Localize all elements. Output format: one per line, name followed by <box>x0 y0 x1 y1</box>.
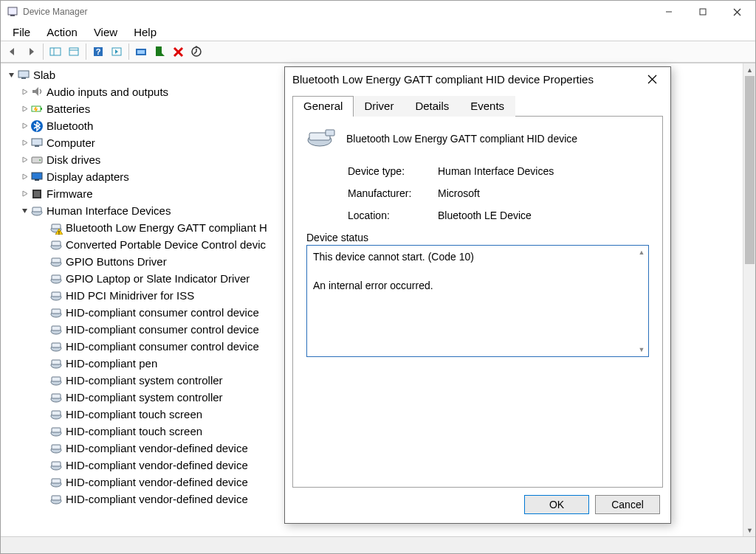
svg-rect-8 <box>69 48 78 55</box>
status-scroll-up-icon[interactable]: ▲ <box>636 247 647 257</box>
chevron-down-icon[interactable] <box>5 72 17 78</box>
svg-rect-6 <box>50 48 61 55</box>
toolbar: ? <box>1 41 755 63</box>
disk-icon <box>30 153 44 167</box>
status-line: This device cannot start. (Code 10) <box>313 250 642 265</box>
tree-label: Bluetooth Low Energy GATT compliant H <box>66 221 267 234</box>
hid-icon <box>49 425 63 438</box>
properties-button[interactable] <box>65 43 83 60</box>
display-icon <box>30 170 44 184</box>
svg-rect-38 <box>52 241 61 246</box>
svg-rect-66 <box>52 479 61 483</box>
hid-icon <box>49 323 63 336</box>
tab-general[interactable]: General <box>292 96 354 117</box>
app-icon <box>7 6 18 18</box>
cancel-button[interactable]: Cancel <box>595 495 660 514</box>
tree-label: HID-compliant consumer control device <box>66 306 259 319</box>
svg-rect-64 <box>52 462 61 466</box>
menu-file[interactable]: File <box>5 24 38 40</box>
svg-rect-48 <box>52 326 61 330</box>
svg-rect-15 <box>156 46 162 56</box>
tab-details[interactable]: Details <box>404 96 460 117</box>
ok-button[interactable]: OK <box>524 495 589 514</box>
tree-label: Disk drives <box>47 153 100 166</box>
tab-events[interactable]: Events <box>459 96 515 117</box>
scan-button[interactable] <box>108 43 126 60</box>
menu-help[interactable]: Help <box>126 24 164 40</box>
tree-label: HID-compliant vendor-defined device <box>66 476 248 488</box>
maximize-button[interactable] <box>686 1 720 23</box>
forward-button[interactable] <box>22 43 40 60</box>
device-type-label: Device type: <box>348 165 438 177</box>
svg-rect-44 <box>52 292 61 297</box>
svg-rect-62 <box>52 445 61 449</box>
audio-icon <box>30 86 44 99</box>
dialog-titlebar: Bluetooth Low Energy GATT compliant HID … <box>285 67 670 91</box>
tree-label: HID-compliant touch screen <box>66 425 202 437</box>
hid-icon <box>49 255 63 269</box>
tree-label: GPIO Laptop or Slate Indicator Driver <box>66 272 250 285</box>
hid-icon <box>49 289 63 302</box>
tree-label: Bluetooth <box>47 120 93 132</box>
dialog-close-button[interactable] <box>641 68 663 90</box>
svg-rect-29 <box>35 179 39 181</box>
svg-rect-68 <box>52 496 61 500</box>
tree-label: Audio inputs and outputs <box>47 86 168 98</box>
menu-view[interactable]: View <box>86 24 125 40</box>
device-status-textbox[interactable]: This device cannot start. (Code 10) An i… <box>306 245 649 357</box>
scroll-up-icon[interactable]: ▲ <box>743 63 756 76</box>
back-button[interactable] <box>4 43 21 60</box>
chevron-right-icon[interactable] <box>18 139 30 146</box>
svg-rect-28 <box>32 173 42 179</box>
chevron-right-icon[interactable] <box>18 89 30 95</box>
scroll-down-icon[interactable]: ▼ <box>743 524 756 536</box>
svg-text:!: ! <box>58 229 60 235</box>
hid-icon <box>49 476 63 489</box>
chevron-right-icon[interactable] <box>18 105 30 112</box>
chevron-right-icon[interactable] <box>18 173 30 180</box>
svg-rect-31 <box>34 191 40 197</box>
computer-icon <box>30 136 44 150</box>
hid-icon <box>49 238 63 252</box>
svg-rect-46 <box>52 309 61 314</box>
hid-icon <box>30 204 44 218</box>
tree-label: HID-compliant consumer control device <box>66 340 259 353</box>
disable-button[interactable] <box>169 43 187 60</box>
manufacturer-label: Manufacturer: <box>348 187 438 199</box>
device-icon <box>306 127 336 150</box>
chevron-right-icon[interactable] <box>18 156 30 163</box>
svg-rect-33 <box>32 207 41 212</box>
svg-rect-22 <box>41 108 42 110</box>
manufacturer-value: Microsoft <box>438 187 480 199</box>
update-driver-button[interactable] <box>132 43 150 60</box>
tree-label: Converted Portable Device Control devic <box>66 238 266 251</box>
status-scroll-down-icon[interactable]: ▼ <box>636 344 647 355</box>
hid-icon <box>49 493 63 506</box>
hid-icon: ! <box>49 221 63 235</box>
svg-rect-56 <box>52 394 61 398</box>
chevron-right-icon[interactable] <box>18 122 30 129</box>
location-label: Location: <box>348 210 438 221</box>
chevron-right-icon[interactable] <box>18 190 30 197</box>
tab-driver[interactable]: Driver <box>353 96 405 117</box>
device-type-value: Human Interface Devices <box>438 165 554 177</box>
close-button[interactable] <box>720 1 754 23</box>
firmware-icon <box>30 187 44 201</box>
uninstall-button[interactable] <box>151 43 168 60</box>
help-button[interactable]: ? <box>89 43 107 60</box>
svg-rect-58 <box>52 411 61 415</box>
minimize-button[interactable] <box>652 1 686 23</box>
chevron-down-icon[interactable] <box>18 207 30 214</box>
tree-label: Batteries <box>47 103 90 115</box>
vertical-scrollbar[interactable]: ▲ ▼ <box>743 63 755 536</box>
scroll-thumb[interactable] <box>745 76 755 264</box>
tree-label: HID-compliant consumer control device <box>66 323 259 336</box>
svg-rect-0 <box>8 7 17 15</box>
show-hide-tree-button[interactable] <box>47 43 64 60</box>
tree-label: HID-compliant system controller <box>66 374 223 387</box>
svg-point-27 <box>39 159 41 161</box>
menu-action[interactable]: Action <box>39 24 85 40</box>
svg-rect-52 <box>52 360 61 364</box>
scan-hardware-button[interactable] <box>188 43 205 60</box>
tree-label: HID-compliant vendor-defined device <box>66 459 248 471</box>
